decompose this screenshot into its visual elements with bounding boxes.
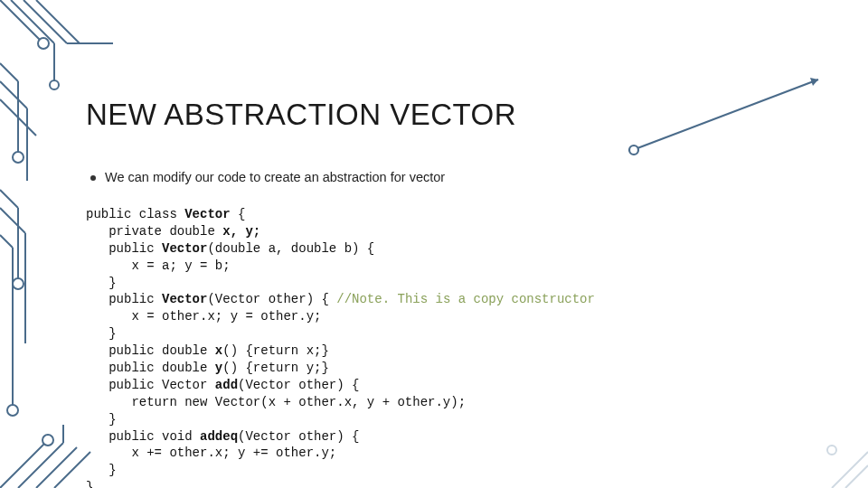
svg-marker-31 [810, 78, 818, 86]
slide-title: NEW ABSTRACTION VECTOR [86, 98, 516, 132]
svg-line-27 [36, 447, 77, 488]
svg-line-28 [54, 452, 90, 488]
bullet-item: We can modify our code to create an abst… [90, 170, 445, 184]
svg-point-24 [42, 435, 53, 446]
svg-line-30 [637, 80, 818, 148]
svg-line-15 [0, 190, 18, 208]
bullet-text: We can modify our code to create an abst… [105, 170, 445, 184]
code-block: public class Vector { private double x, … [86, 206, 595, 488]
svg-point-4 [50, 80, 59, 89]
svg-point-1 [38, 38, 49, 49]
svg-line-2 [11, 0, 54, 43]
svg-line-14 [0, 99, 36, 136]
bullet-dot-icon [90, 175, 96, 181]
svg-line-18 [0, 208, 25, 233]
svg-point-22 [7, 405, 18, 416]
svg-line-9 [0, 63, 18, 81]
svg-line-32 [832, 452, 868, 488]
svg-line-0 [0, 0, 41, 41]
svg-line-5 [24, 0, 67, 43]
svg-point-34 [827, 446, 836, 455]
svg-line-33 [845, 465, 868, 488]
svg-point-29 [629, 145, 638, 155]
svg-line-25 [18, 443, 63, 488]
svg-line-23 [0, 443, 45, 488]
svg-line-7 [36, 0, 80, 43]
svg-line-12 [0, 81, 27, 108]
svg-point-11 [13, 152, 24, 163]
svg-point-17 [13, 278, 24, 289]
svg-line-20 [0, 235, 13, 248]
